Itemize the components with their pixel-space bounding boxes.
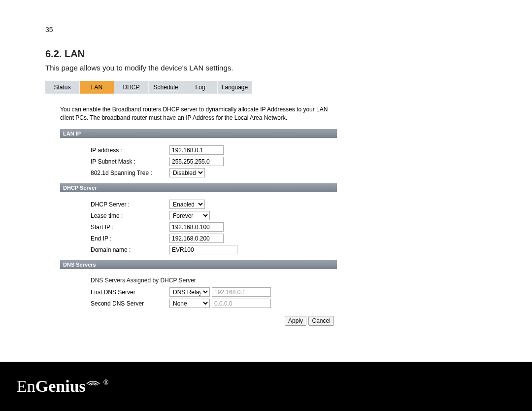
footer: En Genius ®: [0, 362, 532, 411]
domain-name-input[interactable]: [169, 245, 237, 254]
section-bar-dhcp: DHCP Server: [60, 183, 337, 192]
lease-time-label: Lease time :: [91, 212, 169, 219]
help-text: You can enable the Broadband routers DHC…: [60, 105, 331, 122]
section-bar-dns: DNS Servers: [60, 260, 337, 269]
registered-symbol: ®: [103, 379, 109, 387]
brand-logo: En Genius ®: [17, 377, 107, 396]
second-dns-select[interactable]: None: [169, 299, 210, 308]
end-ip-label: End IP :: [91, 235, 169, 242]
second-dns-input[interactable]: [212, 299, 271, 308]
button-row: Apply Cancel: [285, 316, 336, 326]
first-dns-input[interactable]: [212, 287, 271, 297]
dns-heading: DNS Servers Assigned by DHCP Server: [91, 277, 336, 284]
dns-form: First DNS Server DNS Relay Second DNS Se…: [91, 287, 336, 309]
router-ui-screenshot: Status LAN DHCP Schedule Log Language Yo…: [45, 81, 336, 326]
lease-time-select[interactable]: Forever: [169, 211, 210, 220]
logo-text-en: En: [17, 377, 35, 396]
domain-name-label: Domain name :: [91, 246, 169, 253]
tab-schedule[interactable]: Schedule: [149, 81, 183, 94]
start-ip-label: Start IP :: [91, 224, 169, 231]
apply-button[interactable]: Apply: [285, 316, 306, 326]
ip-address-label: IP address :: [91, 147, 169, 154]
tab-lan[interactable]: LAN: [80, 81, 114, 94]
tab-language[interactable]: Language: [218, 81, 252, 94]
end-ip-input[interactable]: [169, 234, 224, 243]
first-dns-label: First DNS Server: [91, 289, 169, 296]
wifi-icon: [85, 375, 101, 388]
dhcp-form: DHCP Server : Enabled Lease time : Forev…: [91, 199, 336, 255]
page-number: 35: [45, 26, 487, 34]
logo-text-genius: Genius: [35, 377, 86, 396]
ip-address-input[interactable]: [169, 145, 224, 155]
second-dns-label: Second DNS Server: [91, 300, 169, 307]
section-title: 6.2. LAN: [45, 48, 487, 60]
lan-ip-form: IP address : IP Subnet Mask : 802.1d Spa…: [91, 145, 336, 178]
tab-status[interactable]: Status: [45, 81, 80, 94]
subnet-mask-label: IP Subnet Mask :: [91, 158, 169, 165]
section-description: This page allows you to modify the devic…: [45, 64, 487, 72]
first-dns-select[interactable]: DNS Relay: [169, 287, 210, 297]
start-ip-input[interactable]: [169, 222, 224, 232]
spanning-tree-label: 802.1d Spanning Tree :: [91, 170, 169, 176]
tab-dhcp[interactable]: DHCP: [114, 81, 149, 94]
tab-bar: Status LAN DHCP Schedule Log Language: [45, 81, 336, 94]
dhcp-server-label: DHCP Server :: [91, 201, 169, 208]
subnet-mask-input[interactable]: [169, 157, 224, 166]
tab-log[interactable]: Log: [183, 81, 218, 94]
spanning-tree-select[interactable]: Disabled: [169, 168, 205, 177]
section-bar-lan-ip: LAN IP: [60, 129, 337, 138]
cancel-button[interactable]: Cancel: [308, 316, 333, 326]
dhcp-server-select[interactable]: Enabled: [169, 200, 205, 209]
